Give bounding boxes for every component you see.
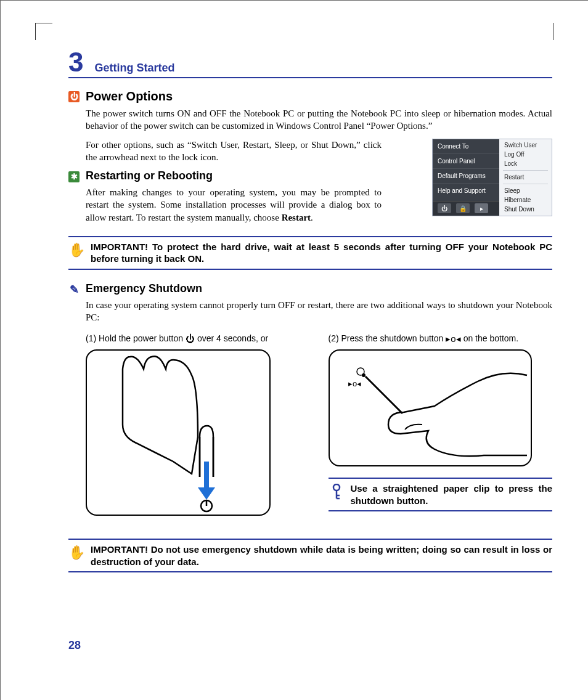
chevron-right-icon: ▸	[475, 203, 488, 213]
start-menu-left-pane: Connect To Control Panel Default Program…	[433, 139, 499, 216]
power-options-area: For other options, such as “Switch User,…	[68, 139, 552, 224]
svg-marker-1	[198, 487, 215, 500]
text-run: (1) Hold the power button	[86, 333, 183, 343]
instruction-col-2: (2) Press the shutdown button ▸o◂ on the…	[329, 333, 553, 524]
section-power-options: ⏻ Power Options	[68, 89, 552, 104]
text-run: .	[311, 213, 313, 222]
bold-text: Restart	[282, 213, 311, 222]
chapter-header: 3 Getting Started	[68, 49, 552, 78]
instruction-label: (2) Press the shutdown button ▸o◂ on the…	[329, 333, 553, 343]
hand-icon: ✋	[68, 241, 84, 258]
power-icon: ⏻	[186, 334, 195, 343]
start-menu-flyout: Switch User Log Off Lock Restart Sleep H…	[499, 139, 552, 216]
lock-icon: 🔒	[456, 203, 470, 213]
separator	[503, 184, 548, 184]
instruction-label: (1) Hold the power button ⏻ over 4 secon…	[86, 333, 310, 343]
body-paragraph: After making changes to your operating s…	[86, 186, 382, 224]
menu-item: Lock	[499, 159, 552, 168]
illustration-hold-power	[86, 349, 271, 516]
crop-mark	[542, 23, 553, 40]
menu-item: Connect To	[433, 139, 499, 153]
svg-point-7	[357, 368, 364, 375]
menu-item: Hibernate	[499, 195, 552, 205]
menu-item: Control Panel	[433, 153, 499, 168]
section-heading: Power Options	[86, 89, 173, 104]
separator	[503, 170, 548, 171]
text-run: over 4 seconds, or	[197, 333, 268, 343]
section-heading: Emergency Shutdown	[86, 282, 202, 295]
menu-item: Sleep	[499, 186, 552, 195]
chapter-title: Getting Started	[94, 62, 174, 75]
svg-text:▸o◂: ▸o◂	[348, 379, 361, 388]
body-paragraph: In case your operating system cannot pro…	[86, 299, 552, 324]
power-button-icon: ⏻	[438, 203, 451, 213]
note-text: IMPORTANT! To protect the hard drive, wa…	[91, 241, 552, 265]
note-text: Use a straightened paper clip to press t…	[351, 482, 553, 507]
text-run: on the bottom.	[463, 333, 519, 343]
important-note: ✋ IMPORTANT! Do not use emergency shutdo…	[68, 539, 552, 572]
menu-item: Restart	[499, 173, 552, 182]
menu-item: Shut Down	[499, 205, 552, 214]
manual-page: 3 Getting Started ⏻ Power Options The po…	[0, 0, 588, 700]
important-note: ✋ IMPORTANT! To protect the hard drive, …	[68, 236, 552, 270]
key-icon	[329, 482, 345, 500]
text-run: After making changes to your operating s…	[86, 187, 382, 222]
power-icon: ⏻	[68, 91, 80, 102]
body-paragraph: The power switch turns ON and OFF the No…	[86, 107, 552, 132]
body-paragraph: For other options, such as “Switch User,…	[86, 139, 382, 164]
section-emergency-shutdown: ✎ Emergency Shutdown	[68, 282, 552, 295]
illustration-paperclip: ▸o◂	[329, 349, 532, 466]
text-run: (2) Press the shutdown button	[329, 333, 444, 343]
chapter-number: 3	[68, 49, 83, 76]
menu-item: Switch User	[499, 140, 552, 150]
menu-item: Default Programs	[433, 168, 499, 183]
svg-line-4	[365, 376, 402, 413]
windows-start-menu-screenshot: Connect To Control Panel Default Program…	[432, 139, 552, 216]
start-menu-power-bar: ⏻ 🔒 ▸	[433, 201, 499, 216]
menu-item: Help and Support	[433, 183, 499, 198]
tip-note: Use a straightened paper clip to press t…	[329, 478, 553, 511]
note-text: IMPORTANT! Do not use emergency shutdown…	[91, 543, 552, 568]
pencil-icon: ✎	[68, 284, 80, 295]
section-heading: Restarting or Rebooting	[86, 169, 213, 182]
svg-point-8	[333, 484, 340, 490]
crop-mark	[35, 23, 52, 40]
hand-icon: ✋	[68, 543, 84, 561]
instruction-row: (1) Hold the power button ⏻ over 4 secon…	[86, 333, 552, 524]
instruction-col-1: (1) Hold the power button ⏻ over 4 secon…	[86, 333, 310, 524]
page-number: 28	[68, 639, 81, 652]
snowflake-icon: ✱	[68, 171, 80, 182]
reset-hole-icon: ▸o◂	[446, 334, 460, 343]
menu-item: Log Off	[499, 150, 552, 159]
